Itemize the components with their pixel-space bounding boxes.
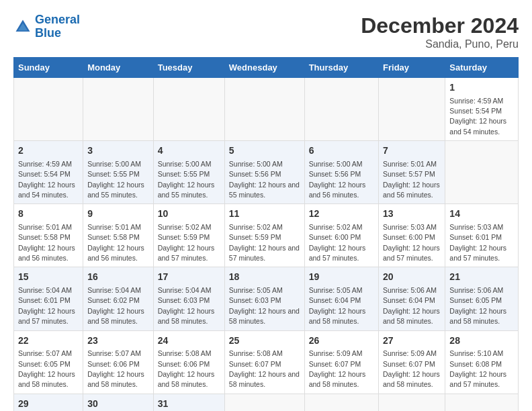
calendar-cell: 26 Sunrise: 5:09 AMSunset: 6:07 PMDaylig… xyxy=(304,330,378,394)
calendar-cell: 12 Sunrise: 5:02 AMSunset: 6:00 PMDaylig… xyxy=(304,204,378,267)
day-number: 25 xyxy=(229,334,300,348)
calendar-cell: 1 Sunrise: 4:59 AMSunset: 5:54 PMDayligh… xyxy=(445,78,519,141)
day-info: Sunrise: 5:07 AMSunset: 6:05 PMDaylight:… xyxy=(18,349,75,388)
calendar-cell: 23 Sunrise: 5:07 AMSunset: 6:06 PMDaylig… xyxy=(83,330,154,394)
calendar-cell: 17 Sunrise: 5:04 AMSunset: 6:03 PMDaylig… xyxy=(153,267,224,330)
day-info: Sunrise: 5:02 AMSunset: 5:59 PMDaylight:… xyxy=(229,223,300,262)
calendar-cell xyxy=(83,78,154,141)
page-subtitle: Sandia, Puno, Peru xyxy=(361,38,519,50)
day-info: Sunrise: 5:00 AMSunset: 5:56 PMDaylight:… xyxy=(309,160,366,199)
day-number: 17 xyxy=(158,271,220,284)
day-number: 22 xyxy=(18,334,79,348)
calendar-cell: 6 Sunrise: 5:00 AMSunset: 5:56 PMDayligh… xyxy=(304,141,378,204)
day-number: 7 xyxy=(383,144,441,158)
day-number: 24 xyxy=(158,334,220,348)
calendar-cell: 16 Sunrise: 5:04 AMSunset: 6:02 PMDaylig… xyxy=(83,267,154,330)
day-number: 30 xyxy=(87,398,149,411)
day-info: Sunrise: 5:03 AMSunset: 6:01 PMDaylight:… xyxy=(449,223,506,262)
day-number: 27 xyxy=(383,334,441,348)
day-number: 21 xyxy=(449,271,514,284)
day-number: 11 xyxy=(229,208,300,221)
day-number: 20 xyxy=(383,271,441,284)
weekday-header-saturday: Saturday xyxy=(445,58,519,78)
calendar-header-row: SundayMondayTuesdayWednesdayThursdayFrid… xyxy=(14,58,519,78)
day-number: 12 xyxy=(309,208,374,221)
day-number: 6 xyxy=(309,144,374,158)
calendar-cell: 29 Sunrise: 5:10 AMSunset: 6:08 PMDaylig… xyxy=(14,394,83,411)
logo-icon xyxy=(13,17,32,36)
calendar-cell: 14 Sunrise: 5:03 AMSunset: 6:01 PMDaylig… xyxy=(445,204,519,267)
calendar-week-row: 29 Sunrise: 5:10 AMSunset: 6:08 PMDaylig… xyxy=(14,394,519,411)
day-info: Sunrise: 4:59 AMSunset: 5:54 PMDaylight:… xyxy=(449,97,506,136)
calendar-week-row: 15 Sunrise: 5:04 AMSunset: 6:01 PMDaylig… xyxy=(14,267,519,330)
calendar-cell: 11 Sunrise: 5:02 AMSunset: 5:59 PMDaylig… xyxy=(224,204,304,267)
weekday-header-wednesday: Wednesday xyxy=(224,58,304,78)
day-number: 8 xyxy=(18,208,79,221)
calendar-cell xyxy=(153,78,224,141)
calendar-cell: 24 Sunrise: 5:08 AMSunset: 6:06 PMDaylig… xyxy=(153,330,224,394)
day-info: Sunrise: 5:04 AMSunset: 6:03 PMDaylight:… xyxy=(158,286,215,325)
calendar-cell xyxy=(14,78,83,141)
day-info: Sunrise: 5:05 AMSunset: 6:03 PMDaylight:… xyxy=(229,286,300,325)
calendar-week-row: 2 Sunrise: 4:59 AMSunset: 5:54 PMDayligh… xyxy=(14,141,519,204)
day-info: Sunrise: 5:03 AMSunset: 6:00 PMDaylight:… xyxy=(383,223,440,262)
calendar-cell: 19 Sunrise: 5:05 AMSunset: 6:04 PMDaylig… xyxy=(304,267,378,330)
calendar-cell: 30 Sunrise: 5:11 AMSunset: 6:09 PMDaylig… xyxy=(83,394,154,411)
day-info: Sunrise: 5:05 AMSunset: 6:04 PMDaylight:… xyxy=(309,286,366,325)
day-number: 2 xyxy=(18,144,79,158)
calendar-cell: 20 Sunrise: 5:06 AMSunset: 6:04 PMDaylig… xyxy=(379,267,445,330)
page-title: December 2024 xyxy=(361,13,519,38)
calendar-table: SundayMondayTuesdayWednesdayThursdayFrid… xyxy=(13,57,519,411)
day-info: Sunrise: 5:01 AMSunset: 5:58 PMDaylight:… xyxy=(87,223,144,262)
day-number: 10 xyxy=(158,208,220,221)
calendar-cell xyxy=(445,141,519,204)
day-info: Sunrise: 5:02 AMSunset: 5:59 PMDaylight:… xyxy=(158,223,215,262)
calendar-cell xyxy=(379,394,445,411)
day-info: Sunrise: 5:07 AMSunset: 6:06 PMDaylight:… xyxy=(87,349,144,388)
day-number: 9 xyxy=(87,208,149,221)
day-info: Sunrise: 5:08 AMSunset: 6:07 PMDaylight:… xyxy=(229,349,300,388)
day-number: 18 xyxy=(229,271,300,284)
day-number: 23 xyxy=(87,334,149,348)
calendar-cell: 10 Sunrise: 5:02 AMSunset: 5:59 PMDaylig… xyxy=(153,204,224,267)
day-number: 26 xyxy=(309,334,374,348)
calendar-cell: 3 Sunrise: 5:00 AMSunset: 5:55 PMDayligh… xyxy=(83,141,154,204)
day-number: 16 xyxy=(87,271,149,284)
day-info: Sunrise: 5:04 AMSunset: 6:01 PMDaylight:… xyxy=(18,286,75,325)
day-info: Sunrise: 5:06 AMSunset: 6:04 PMDaylight:… xyxy=(383,286,440,325)
weekday-header-monday: Monday xyxy=(83,58,154,78)
day-info: Sunrise: 4:59 AMSunset: 5:54 PMDaylight:… xyxy=(18,160,75,199)
logo: General Blue xyxy=(13,13,80,40)
calendar-week-row: 1 Sunrise: 4:59 AMSunset: 5:54 PMDayligh… xyxy=(14,78,519,141)
day-info: Sunrise: 5:00 AMSunset: 5:55 PMDaylight:… xyxy=(87,160,144,199)
weekday-header-thursday: Thursday xyxy=(304,58,378,78)
calendar-cell: 21 Sunrise: 5:06 AMSunset: 6:05 PMDaylig… xyxy=(445,267,519,330)
day-number: 31 xyxy=(158,398,220,411)
day-number: 1 xyxy=(449,81,514,95)
day-info: Sunrise: 5:09 AMSunset: 6:07 PMDaylight:… xyxy=(383,349,440,388)
day-info: Sunrise: 5:06 AMSunset: 6:05 PMDaylight:… xyxy=(449,286,506,325)
day-info: Sunrise: 5:00 AMSunset: 5:56 PMDaylight:… xyxy=(229,160,300,199)
day-info: Sunrise: 5:04 AMSunset: 6:02 PMDaylight:… xyxy=(87,286,144,325)
calendar-cell: 15 Sunrise: 5:04 AMSunset: 6:01 PMDaylig… xyxy=(14,267,83,330)
calendar-cell xyxy=(304,78,378,141)
weekday-header-tuesday: Tuesday xyxy=(153,58,224,78)
calendar-week-row: 22 Sunrise: 5:07 AMSunset: 6:05 PMDaylig… xyxy=(14,330,519,394)
day-info: Sunrise: 5:09 AMSunset: 6:07 PMDaylight:… xyxy=(309,349,366,388)
calendar-cell: 13 Sunrise: 5:03 AMSunset: 6:00 PMDaylig… xyxy=(379,204,445,267)
logo-text: General Blue xyxy=(35,13,80,40)
day-info: Sunrise: 5:01 AMSunset: 5:58 PMDaylight:… xyxy=(18,223,75,262)
day-number: 5 xyxy=(229,144,300,158)
calendar-cell: 5 Sunrise: 5:00 AMSunset: 5:56 PMDayligh… xyxy=(224,141,304,204)
weekday-header-friday: Friday xyxy=(379,58,445,78)
calendar-cell xyxy=(445,394,519,411)
day-number: 19 xyxy=(309,271,374,284)
calendar-cell: 4 Sunrise: 5:00 AMSunset: 5:55 PMDayligh… xyxy=(153,141,224,204)
day-info: Sunrise: 5:08 AMSunset: 6:06 PMDaylight:… xyxy=(158,349,215,388)
calendar-cell: 2 Sunrise: 4:59 AMSunset: 5:54 PMDayligh… xyxy=(14,141,83,204)
calendar-cell: 18 Sunrise: 5:05 AMSunset: 6:03 PMDaylig… xyxy=(224,267,304,330)
calendar-cell: 22 Sunrise: 5:07 AMSunset: 6:05 PMDaylig… xyxy=(14,330,83,394)
calendar-week-row: 8 Sunrise: 5:01 AMSunset: 5:58 PMDayligh… xyxy=(14,204,519,267)
day-info: Sunrise: 5:00 AMSunset: 5:55 PMDaylight:… xyxy=(158,160,215,199)
title-block: December 2024 Sandia, Puno, Peru xyxy=(361,13,519,50)
